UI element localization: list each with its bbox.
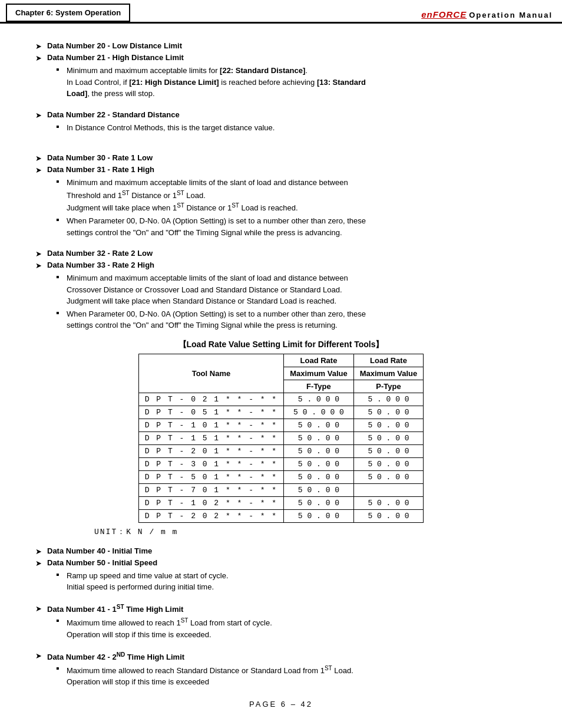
bullet-content: Ramp up speed and time value at start of… [67, 570, 229, 593]
arrow-icon: ➤ [35, 249, 44, 258]
page: Chapter 6: System Operation enFORCE Oper… [0, 0, 562, 728]
table-cell-tool: D P T - 1 0 2 * * - * * [138, 496, 283, 509]
item-label: Data Number 33 - Rate 2 High [47, 261, 154, 269]
list-item: ➤ Data Number 50 - Initial Speed [35, 558, 538, 568]
bullet-icon: ▪ [56, 176, 63, 187]
table-cell-ftype: 5 0 . 0 0 [284, 496, 354, 509]
unit-line: UNIT：K N / m m [94, 526, 538, 537]
bullet-content: When Parameter 00, D-No. 0A (Option Sett… [67, 215, 366, 238]
arrow-icon: ➤ [35, 54, 44, 62]
col-p-type-header3: P-Type [353, 380, 424, 393]
item-label: Data Number 40 - Initial Time [47, 546, 152, 555]
table-row: D P T - 0 5 1 * * - * *5 0 . 0 0 05 0 . … [138, 406, 424, 419]
table-cell-ptype: 5 0 . 0 0 [353, 457, 424, 470]
table-cell-ptype [353, 483, 424, 496]
arrow-icon: ➤ [35, 604, 44, 613]
col-f-type-header1: Load Rate [284, 354, 354, 367]
list-item: ▪ Maximum time allowed to reach Standard… [56, 664, 538, 688]
bullet-content: Minimum and maximum acceptable limits of… [67, 177, 348, 214]
list-item: ▪ When Parameter 00, D-No. 0A (Option Se… [56, 215, 538, 238]
table-row: D P T - 1 5 1 * * - * *5 0 . 0 05 0 . 0 … [138, 431, 424, 444]
table-row: D P T - 7 0 1 * * - * *5 0 . 0 0 [138, 483, 424, 496]
table-cell-tool: D P T - 2 0 2 * * - * * [138, 509, 283, 522]
bullet-content: Maximum time allowed to reach Standard D… [67, 664, 353, 688]
table-row: D P T - 3 0 1 * * - * *5 0 . 0 05 0 . 0 … [138, 457, 424, 470]
item-label: Data Number 42 - 2ND Time High Limit [47, 651, 184, 661]
item-label: Data Number 50 - Initial Speed [47, 558, 157, 567]
bullet-icon: ▪ [56, 663, 63, 674]
bullet-icon: ▪ [56, 569, 63, 580]
table-cell-ptype: 5 0 . 0 0 [353, 431, 424, 444]
arrow-icon: ➤ [35, 651, 44, 660]
item-label: Data Number 41 - 1ST Time High Limit [47, 604, 183, 614]
table-cell-tool: D P T - 1 5 1 * * - * * [138, 431, 283, 444]
list-item: ▪ When Parameter 00, D-No. 0A (Option Se… [56, 308, 538, 331]
arrow-icon: ➤ [35, 42, 44, 51]
bullet-icon: ▪ [56, 271, 63, 282]
bullet-content: In Distance Control Methods, this is the… [67, 122, 275, 134]
list-item: ➤ Data Number 40 - Initial Time [35, 546, 538, 556]
list-item: ➤ Data Number 32 - Rate 2 Low [35, 249, 538, 258]
bullet-content: When Parameter 00, D-No. 0A (Option Sett… [67, 308, 366, 331]
list-item: ▪ Ramp up speed and time value at start … [56, 570, 538, 593]
table-cell-tool: D P T - 0 2 1 * * - * * [138, 393, 283, 406]
col-tool-name: Tool Name [138, 354, 283, 393]
col-f-type-header2: Maximum Value [284, 367, 354, 380]
bullet-icon: ▪ [56, 307, 63, 318]
list-item: ▪ In Distance Control Methods, this is t… [56, 122, 538, 134]
bullet-icon: ▪ [56, 615, 63, 626]
table-cell-ptype: 5 0 . 0 0 [353, 444, 424, 457]
arrow-icon: ➤ [35, 166, 44, 174]
table-row: D P T - 0 2 1 * * - * *5 . 0 0 05 . 0 0 … [138, 393, 424, 406]
bullet-content: Minimum and maximum acceptable limits fo… [67, 65, 366, 100]
table-cell-tool: D P T - 3 0 1 * * - * * [138, 457, 283, 470]
table-cell-ftype: 5 0 . 0 0 [284, 470, 354, 483]
table-cell-ftype: 5 0 . 0 0 [284, 457, 354, 470]
item-label: Data Number 31 - Rate 1 High [47, 165, 154, 174]
load-rate-table: Tool Name Load Rate Load Rate Maximum Va… [138, 354, 424, 523]
table-cell-ptype: 5 0 . 0 0 [353, 419, 424, 431]
table-cell-tool: D P T - 2 0 1 * * - * * [138, 444, 283, 457]
item-label: Data Number 20 - Low Distance Limit [47, 41, 182, 50]
col-f-type-header3: F-Type [284, 380, 354, 393]
manual-label: Operation Manual [469, 11, 553, 19]
list-item: ➤ Data Number 42 - 2ND Time High Limit [35, 651, 538, 661]
list-item: ➤ Data Number 22 - Standard Distance [35, 110, 538, 120]
table-cell-ftype: 5 0 . 0 0 0 [284, 406, 354, 419]
arrow-icon: ➤ [35, 111, 44, 120]
table-cell-ftype: 5 . 0 0 0 [284, 393, 354, 406]
table-row: D P T - 1 0 1 * * - * *5 0 . 0 05 0 . 0 … [138, 419, 424, 431]
list-item: ➤ Data Number 30 - Rate 1 Low [35, 153, 538, 163]
table-row: D P T - 5 0 1 * * - * *5 0 . 0 05 0 . 0 … [138, 470, 424, 483]
table-cell-ftype: 5 0 . 0 0 [284, 444, 354, 457]
header-right: enFORCE Operation Manual [136, 0, 562, 22]
table-cell-tool: D P T - 0 5 1 * * - * * [138, 406, 283, 419]
enforce-logo: enFORCE [421, 9, 467, 19]
arrow-icon: ➤ [35, 261, 44, 270]
item-label: Data Number 30 - Rate 1 Low [47, 153, 153, 162]
item-label: Data Number 32 - Rate 2 Low [47, 249, 153, 258]
page-number: PAGE 6 – 42 [24, 700, 538, 709]
col-p-type-header1: Load Rate [353, 354, 424, 367]
table-row: D P T - 1 0 2 * * - * *5 0 . 0 05 0 . 0 … [138, 496, 424, 509]
list-item: ▪ Maximum time allowed to reach 1ST Load… [56, 616, 538, 640]
col-p-type-header2: Maximum Value [353, 367, 424, 380]
table-cell-ftype: 5 0 . 0 0 [284, 419, 354, 431]
list-item: ➤ Data Number 21 - High Distance Limit [35, 53, 538, 62]
table-title: 【Load Rate Value Setting Limit for Diffe… [24, 340, 538, 350]
table-cell-ptype: 5 0 . 0 0 [353, 509, 424, 522]
table-row: D P T - 2 0 2 * * - * *5 0 . 0 05 0 . 0 … [138, 509, 424, 522]
arrow-icon: ➤ [35, 547, 44, 556]
bullet-content: Maximum time allowed to reach 1ST Load f… [67, 616, 272, 640]
item-label: Data Number 22 - Standard Distance [47, 110, 180, 119]
table-cell-ptype: 5 0 . 0 0 [353, 496, 424, 509]
list-item: ▪ Minimum and maximum acceptable limits … [56, 65, 538, 100]
table-row: D P T - 2 0 1 * * - * *5 0 . 0 05 0 . 0 … [138, 444, 424, 457]
page-header: Chapter 6: System Operation enFORCE Oper… [0, 0, 562, 24]
item-label: Data Number 21 - High Distance Limit [47, 53, 184, 62]
page-content: ➤ Data Number 20 - Low Distance Limit ➤ … [0, 26, 562, 720]
table-cell-ptype: 5 0 . 0 0 [353, 406, 424, 419]
table-cell-tool: D P T - 5 0 1 * * - * * [138, 470, 283, 483]
bullet-icon: ▪ [56, 64, 63, 75]
bullet-icon: ▪ [56, 214, 63, 225]
